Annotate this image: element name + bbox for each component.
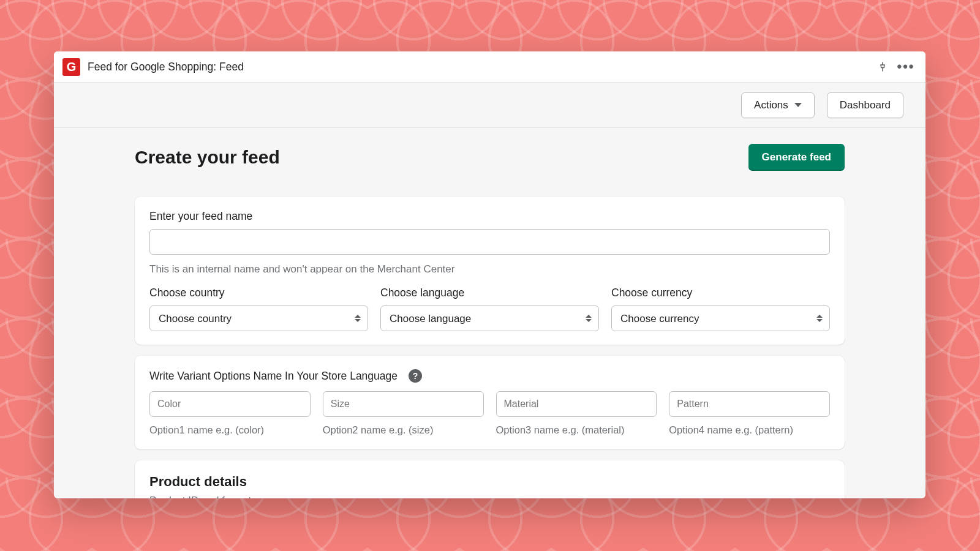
product-details-card: Product details Product ID and format [135,460,845,498]
language-select[interactable]: Choose language [380,305,599,331]
feed-name-input[interactable] [149,229,830,255]
option4-hint: Option4 name e.g. (pattern) [669,424,830,436]
option3-input[interactable] [496,391,657,417]
option4-input[interactable] [669,391,830,417]
generate-feed-button[interactable]: Generate feed [748,144,845,171]
app-title: Feed for Google Shopping: Feed [88,61,244,73]
feed-basics-card: Enter your feed name This is an internal… [135,197,845,345]
option2-hint: Option2 name e.g. (size) [323,424,484,436]
help-icon[interactable]: ? [409,369,422,383]
product-details-title: Product details [149,474,830,490]
chevron-down-icon [794,103,802,107]
variant-options-heading: Write Variant Options Name In Your Store… [149,370,398,383]
dashboard-label: Dashboard [840,99,891,111]
action-bar: Actions Dashboard [54,83,925,128]
title-bar: G Feed for Google Shopping: Feed ••• [54,51,925,83]
option1-hint: Option1 name e.g. (color) [149,424,311,436]
option2-input[interactable] [323,391,484,417]
currency-label: Choose currency [611,287,830,299]
pin-icon[interactable] [873,57,892,77]
more-icon[interactable]: ••• [896,57,916,77]
country-select[interactable]: Choose country [149,305,368,331]
currency-field: Choose currency Choose currency [611,287,830,331]
dashboard-button[interactable]: Dashboard [827,92,903,118]
actions-button[interactable]: Actions [741,92,815,118]
variant-options-card: Write Variant Options Name In Your Store… [135,356,845,449]
content-area: Create your feed Generate feed Enter you… [54,128,925,498]
actions-label: Actions [754,99,788,111]
option3-hint: Option3 name e.g. (material) [496,424,657,436]
option1-input[interactable] [149,391,311,417]
product-details-sub: Product ID and format [149,495,830,498]
app-logo-icon: G [62,58,80,76]
feed-name-help: This is an internal name and won't appea… [149,263,830,276]
select-sort-icon [355,315,361,322]
select-sort-icon [816,315,823,322]
language-field: Choose language Choose language [380,287,599,331]
page-title: Create your feed [135,147,280,168]
feed-name-label: Enter your feed name [149,210,830,223]
app-window: G Feed for Google Shopping: Feed ••• Act… [54,51,925,498]
country-field: Choose country Choose country [149,287,368,331]
page-header: Create your feed Generate feed [135,144,845,171]
language-label: Choose language [380,287,599,299]
country-label: Choose country [149,287,368,299]
select-sort-icon [586,315,592,322]
currency-select[interactable]: Choose currency [611,305,830,331]
